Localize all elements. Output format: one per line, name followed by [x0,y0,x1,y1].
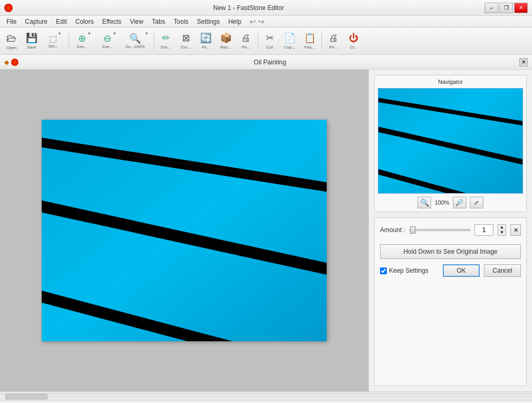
slider-thumb[interactable] [410,226,415,234]
app-logo [4,4,13,12]
paste-button[interactable]: 📋 Pas... [300,30,319,53]
cut-button[interactable]: ✂ Cut [260,30,279,53]
zoom-normal-icon: 🔍 [129,33,141,44]
canvas-image [42,120,327,341]
zoom-out-button[interactable]: ⊖ Zoo... ▾ [97,30,121,53]
zoom-out-nav-icon: 🔎 [455,199,463,206]
toolbar: 🗁 Open 💾 Save ⬚ Sel... ▾ ⊕ Zoo... ▾ ⊖ Zo… [0,27,532,55]
menu-settings[interactable]: Settings [193,17,224,26]
fit-window-icon: ⤢ [474,199,479,206]
separator-1 [69,32,69,51]
resize-button[interactable]: 📦 Res... [216,30,235,53]
scrollbar-thumb[interactable] [5,394,48,399]
panel-title-bar: ◆ Oil Painting ✕ [0,55,532,70]
amount-input[interactable] [474,224,493,236]
zoom-out-nav-button[interactable]: 🔎 [453,197,467,208]
save-button[interactable]: 💾 Save [22,30,41,53]
separator-2 [154,32,154,51]
print-icon: 🖨 [329,33,338,44]
panel-title: Oil Painting [21,59,519,66]
zoom-in-icon: ⊕ [78,33,86,44]
horizontal-scrollbar[interactable] [0,391,532,400]
resize-icon: 📦 [220,32,232,44]
close-image-icon: ⏻ [349,33,358,44]
zoom-in-nav-button[interactable]: 🔍 [417,197,431,208]
print-preview-icon: 🖨 [241,33,251,44]
menu-bar: File Capture Edit Colors Effects View Ta… [0,16,532,27]
keep-settings-label[interactable]: Keep Settings [380,267,439,274]
menu-edit[interactable]: Edit [52,17,71,26]
menu-effects[interactable]: Effects [98,17,125,26]
menu-capture[interactable]: Capture [21,17,52,26]
separator-4 [321,32,322,51]
select-button[interactable]: ⬚ Sel... ▾ [42,30,66,53]
navigator-controls: 🔍 100% 🔎 ⤢ [378,197,523,208]
copy-icon: 📄 [284,32,296,44]
title-bar: New 1 - FastStone Editor – ❐ ✕ [0,0,532,16]
close-button[interactable]: ✕ [514,3,528,13]
redo-button[interactable]: ↪ [258,17,264,26]
navigator-section: Navigator [374,75,527,212]
menu-view[interactable]: View [126,17,148,26]
undo-button[interactable]: ↩ [250,17,256,26]
print-preview-button[interactable]: 🖨 Pri... [236,30,255,53]
hold-down-button[interactable]: Hold Down to See Original Image [380,244,521,259]
navigator-svg [378,89,522,193]
canvas-wrapper [42,120,327,341]
select-icon: ⬚ [49,34,57,44]
zoom-out-dropdown[interactable]: ▾ [113,31,116,36]
open-button[interactable]: 🗁 Open [2,30,21,53]
keep-settings-text: Keep Settings [389,267,429,274]
flip-icon: 🔄 [200,32,212,44]
flip-button[interactable]: 🔄 Fli... [196,30,215,53]
cancel-button[interactable]: Cancel [484,264,521,277]
spinner-down-button[interactable]: ▼ [498,230,506,235]
main-content: Navigator [0,70,532,391]
paste-icon: 📋 [304,32,316,44]
panel-close-button[interactable]: ✕ [519,58,528,66]
menu-help[interactable]: Help [224,17,245,26]
cut-icon: ✂ [266,32,274,44]
menu-tabs[interactable]: Tabs [148,17,169,26]
restore-button[interactable]: ❐ [499,3,513,13]
keep-settings-checkbox[interactable] [380,267,387,274]
fit-window-button[interactable]: ⤢ [470,197,483,208]
print-button[interactable]: 🖨 Pri... [324,30,343,53]
navigator-title: Navigator [378,79,523,85]
crop-button[interactable]: ⊠ Cro... [176,30,195,53]
close-image-button[interactable]: ⏻ Cl... [344,30,363,53]
zoom-normal-dropdown[interactable]: ▾ [146,31,148,36]
zoom-normal-button[interactable]: 🔍 Zo...100% ▾ [122,30,151,53]
copy-button[interactable]: 📄 Cop... [280,30,299,53]
bottom-row: Keep Settings OK Cancel [380,264,521,277]
reset-icon: ✕ [514,227,518,234]
effect-section: Amount : ▲ ▼ ✕ Hold Down to See Original… [374,217,527,386]
amount-spinner: ▲ ▼ [498,224,506,236]
amount-slider[interactable] [410,229,470,231]
zoom-level-text: 100% [434,199,449,206]
spinner-up-button[interactable]: ▲ [498,225,506,230]
image-svg [42,120,327,341]
menu-tools[interactable]: Tools [169,17,193,26]
navigator-image[interactable] [378,88,523,194]
amount-reset-button[interactable]: ✕ [510,224,521,236]
save-icon: 💾 [26,32,37,44]
select-dropdown-arrow[interactable]: ▾ [59,31,61,36]
menu-file[interactable]: File [2,17,21,26]
zoom-in-dropdown[interactable]: ▾ [88,31,90,36]
app-logo-small [11,59,18,66]
minimize-button[interactable]: – [484,3,498,13]
canvas-area [0,70,368,391]
window-controls: – ❐ ✕ [484,3,528,13]
window-title: New 1 - FastStone Editor [13,4,484,12]
draw-button[interactable]: ✏ Dra... [156,30,175,53]
menu-colors[interactable]: Colors [71,17,98,26]
ok-button[interactable]: OK [443,264,480,277]
amount-label: Amount : [380,226,405,234]
right-panel: Navigator [368,70,532,391]
draw-icon: ✏ [162,32,170,44]
amount-row: Amount : ▲ ▼ ✕ [380,224,521,236]
crop-icon: ⊠ [182,32,190,44]
zoom-in-button[interactable]: ⊕ Zoo... ▾ [71,30,96,53]
panel-diamond-icon: ◆ [4,59,9,66]
